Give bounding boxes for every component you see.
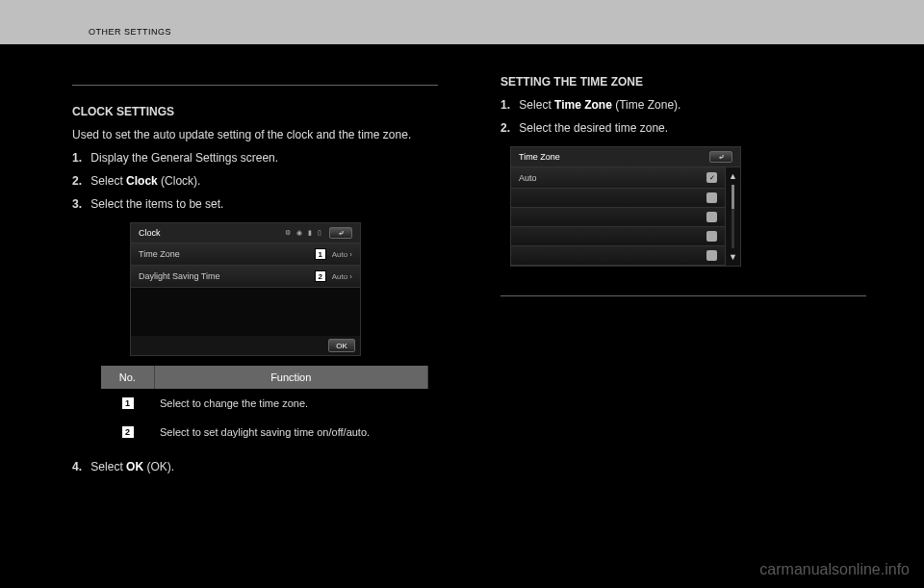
tz-heading: SETTING THE TIME ZONE — [500, 73, 866, 90]
tz-item-blank[interactable] — [511, 189, 725, 208]
step-2-b: (Clock). — [158, 174, 201, 188]
r-step-2: 2. Select the desired time zone. — [500, 119, 866, 137]
row-num-1: 1 — [121, 396, 135, 410]
checkbox-empty[interactable] — [706, 192, 717, 203]
clock-heading: CLOCK SETTINGS — [72, 103, 438, 120]
step-num: 2. — [72, 174, 82, 188]
tz-item-blank[interactable] — [511, 208, 725, 227]
step-1-text: Display the General Settings screen. — [90, 151, 278, 165]
tz-item-auto[interactable]: Auto ✓ — [511, 167, 725, 189]
step-num: 1. — [500, 98, 510, 112]
r-step-1-b: (Time Zone). — [612, 98, 681, 112]
no-header: No. — [101, 366, 154, 389]
row-label: Time Zone — [139, 249, 180, 259]
r-step-1: 1. Select Time Zone (Time Zone). — [500, 96, 866, 114]
dst-row[interactable]: Daylight Saving Time 2 Auto › — [131, 266, 360, 288]
header-band: OTHER SETTINGS — [0, 0, 924, 44]
step-num: 3. — [72, 197, 82, 211]
timezone-screenshot: Time Zone ⤶ Auto ✓ ▲ — [510, 146, 741, 267]
tz-bold: Time Zone — [554, 98, 612, 112]
scroll-thumb[interactable] — [732, 185, 734, 209]
step-num: 2. — [500, 121, 510, 135]
callout-1: 1 — [315, 248, 326, 260]
step-1: 1. Display the General Settings screen. — [72, 149, 438, 166]
step-3: 3. Select the items to be set. — [72, 195, 438, 213]
tz-item-blank[interactable] — [511, 227, 725, 246]
callout-2: 2 — [315, 270, 326, 282]
clock-screenshot: Clock ⚙ ◉ ▮ ▯ ⤶ Time Zone 1 Auto › Dayli… — [130, 222, 361, 356]
step-3-text: Select the items to be set. — [90, 197, 223, 211]
tz-list-body: Auto ✓ ▲ ▼ — [511, 167, 740, 266]
row-label: Daylight Saving Time — [139, 271, 220, 281]
status-icons: ⚙ ◉ ▮ ▯ — [285, 229, 323, 237]
checkbox-empty[interactable] — [706, 250, 717, 261]
checkbox-checked[interactable]: ✓ — [706, 172, 717, 183]
step-4-a: Select — [90, 460, 126, 473]
time-zone-row[interactable]: Time Zone 1 Auto › — [131, 243, 360, 266]
ok-bold: OK — [126, 460, 143, 473]
tz-list: Auto ✓ — [511, 167, 725, 266]
right-column: SETTING THE TIME ZONE 1. Select Time Zon… — [500, 67, 866, 314]
back-button[interactable]: ⤶ — [329, 227, 352, 239]
ss-title: Time Zone — [519, 152, 560, 162]
step-num: 4. — [72, 460, 82, 473]
section-header: OTHER SETTINGS — [89, 27, 171, 37]
clock-intro: Used to set the auto update setting of t… — [72, 126, 438, 143]
tz-item-label: Auto — [519, 173, 537, 183]
watermark: carmanualsonline.info — [759, 561, 910, 578]
ok-button[interactable]: OK — [328, 339, 355, 352]
step-2: 2. Select Clock (Clock). — [72, 172, 438, 190]
r-step-2-text: Select the desired time zone. — [519, 121, 668, 135]
row-value: Auto › — [332, 272, 352, 281]
step-4: 4. Select OK (OK). — [72, 458, 438, 475]
ss-header: Clock ⚙ ◉ ▮ ▯ ⤶ — [131, 223, 360, 243]
clock-bold: Clock — [126, 174, 158, 188]
function-header: Function — [154, 366, 428, 389]
scrollbar[interactable]: ▲ ▼ — [725, 167, 740, 266]
tz-item-blank[interactable] — [511, 246, 725, 266]
ss-header: Time Zone ⤶ — [511, 147, 740, 167]
table-header: No. Function — [101, 366, 428, 389]
fn1-text: Select to change the time zone. — [154, 389, 428, 418]
step-4-b: (OK). — [143, 460, 174, 473]
row-num-2: 2 — [121, 425, 135, 439]
checkbox-empty[interactable] — [706, 231, 717, 242]
step-num: 1. — [72, 151, 82, 165]
row-value: Auto › — [332, 250, 352, 259]
table-row: 1 Select to change the time zone. — [101, 389, 428, 418]
scroll-track[interactable] — [732, 185, 734, 248]
table-row: 2 Select to set daylight saving time on/… — [101, 418, 428, 447]
scroll-up-icon[interactable]: ▲ — [729, 171, 737, 181]
function-table: No. Function 1 Select to change the time… — [101, 366, 428, 447]
scroll-down-icon[interactable]: ▼ — [729, 252, 737, 262]
ss-footer: OK — [131, 336, 360, 355]
ss-title: Clock — [139, 228, 161, 238]
fn2-text: Select to set daylight saving time on/of… — [154, 418, 428, 447]
step-2-a: Select — [90, 174, 126, 188]
r-step-1-a: Select — [519, 98, 554, 112]
left-column: CLOCK SETTINGS Used to set the auto upda… — [72, 67, 438, 481]
divider — [72, 85, 438, 86]
back-button[interactable]: ⤶ — [709, 151, 732, 163]
checkbox-empty[interactable] — [706, 212, 717, 222]
ss-empty — [131, 288, 360, 336]
divider — [500, 295, 866, 296]
